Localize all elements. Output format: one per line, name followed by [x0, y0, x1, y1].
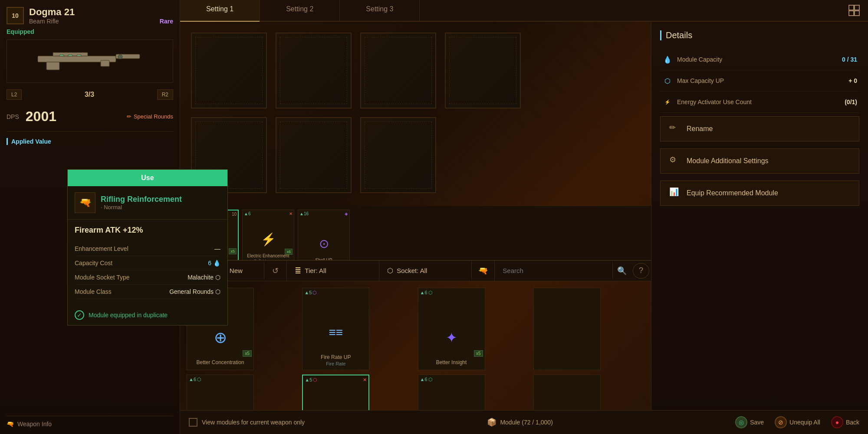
- filter-help-btn[interactable]: ?: [633, 263, 649, 279]
- module-card-empty[interactable]: [533, 288, 601, 370]
- tier-icon: ≣: [295, 266, 301, 276]
- card-rank-1: x5: [243, 350, 252, 357]
- filter-socket-dropdown[interactable]: ⬡ Socket: All: [379, 261, 472, 280]
- card-tier-2: ▲5 ⬡: [304, 290, 317, 296]
- svg-rect-12: [855, 11, 859, 16]
- tooltip-use-button[interactable]: Use: [180, 170, 227, 186]
- svg-point-5: [118, 55, 122, 59]
- additional-settings-label: Module Additional Settings: [687, 157, 769, 165]
- weapon-header: 10 Dogma 21 Beam Rifle Rare: [7, 7, 173, 25]
- svg-rect-9: [849, 5, 854, 10]
- tooltip-enhancement-row: Enhancement Level —: [180, 242, 220, 256]
- r2-button[interactable]: R2: [157, 89, 173, 100]
- svg-rect-11: [849, 11, 854, 16]
- weapon-info-icon: 🔫: [7, 421, 14, 427]
- weapon-info-button[interactable]: 🔫 Weapon Info: [7, 416, 173, 427]
- tooltip-duplicate-notice: ✓ Module equipped in duplicate: [180, 305, 227, 325]
- rename-label: Rename: [687, 125, 713, 133]
- equip-recommended-label: Equip Recommended Module: [687, 189, 778, 197]
- sel-card-rank-2: x6: [285, 249, 293, 255]
- dps-row: DPS 2001 ✏ Special Rounds: [7, 108, 173, 132]
- tooltip-header: 🔫 Rifling Reinforcement · Normal: [180, 186, 227, 220]
- module-slot-6[interactable]: [276, 117, 352, 193]
- weapon-info-label: Weapon Info: [17, 421, 52, 427]
- additional-settings-icon: ⚙: [669, 155, 681, 167]
- module-slot-7[interactable]: [360, 117, 436, 193]
- refresh-icon: ↺: [272, 266, 279, 275]
- view-modules-checkbox[interactable]: View modules for current weapon only: [189, 418, 305, 427]
- card-name-1: Better Concentration: [194, 359, 246, 366]
- tabs-bar: Setting 1 Setting 2 Setting 3: [180, 0, 868, 22]
- weapon-type: Beam Rifle: [29, 18, 59, 25]
- weapon-name: Dogma 21: [29, 7, 173, 18]
- right-details-panel: Details 💧 Module Capacity 0 / 31 ⬡ Max C…: [651, 22, 868, 434]
- center-area: ▲6 10 ⊙ x5 Reinforcement ▲6 ✕ ⚡ x6 Elect…: [180, 22, 651, 434]
- max-capacity-icon: ⬡: [662, 76, 673, 86]
- card-tier-7: ▲6 ⬡: [420, 377, 433, 382]
- capacity-value: 6 💧: [208, 260, 220, 266]
- tooltip-class-row: Module Class General Rounds ⬡: [180, 285, 220, 299]
- card-icon-insight1: ✦: [432, 318, 471, 357]
- svg-rect-6: [59, 55, 64, 56]
- sel-card-level-1: 10: [232, 212, 237, 217]
- special-rounds-label: Special Rounds: [134, 113, 173, 120]
- additional-settings-button[interactable]: ⚙ Module Additional Settings: [660, 148, 859, 174]
- module-capacity-row: 💧 Module Capacity 0 / 31: [660, 49, 859, 70]
- tooltip-socket-row: Module Socket Type Malachite ⬡: [180, 270, 220, 285]
- filter-search-input[interactable]: [495, 262, 613, 279]
- weapon-image: [7, 39, 173, 83]
- sel-card-mark-2: ✕: [289, 211, 293, 216]
- weapon-level-badge: 10: [7, 7, 24, 24]
- pencil-icon: ✏: [127, 113, 132, 120]
- tab-setting3[interactable]: Setting 3: [340, 0, 420, 21]
- tab-setting1[interactable]: Setting 1: [180, 0, 260, 21]
- selected-module-electric[interactable]: ▲6 ✕ ⚡ x6 Electric Enhancement Bullet Im…: [242, 210, 294, 260]
- socket-icon: ⬡: [387, 266, 393, 275]
- l2-button[interactable]: L2: [7, 89, 22, 100]
- tooltip-capacity-row: Capacity Cost 6 💧: [180, 256, 220, 270]
- module-card-insight-1[interactable]: ▲6 ⬡ ✦ x5 Better Insight: [418, 288, 485, 370]
- module-slot-2[interactable]: [276, 33, 352, 108]
- tooltip-module-grade: · Normal: [180, 204, 182, 210]
- equip-recommended-icon: 📊: [669, 187, 681, 199]
- equip-recommended-button[interactable]: 📊 Equip Recommended Module: [660, 181, 859, 206]
- help-icon: ?: [639, 266, 643, 275]
- energy-icon: ⚡: [662, 97, 673, 107]
- card-name-2: Fire Rate UP: [319, 354, 352, 361]
- card-name-3: Better Insight: [434, 359, 469, 366]
- module-slot-3[interactable]: [360, 33, 436, 108]
- search-icon: 🔫: [478, 266, 488, 275]
- card-rank-3: x5: [474, 350, 483, 357]
- module-count-label: Module (72 / 1,000): [500, 419, 552, 426]
- tab-setting2[interactable]: Setting 2: [260, 0, 340, 21]
- svg-rect-3: [46, 62, 59, 70]
- search-magnify-icon[interactable]: 🔍: [613, 261, 631, 281]
- ammo-count: 3/3: [85, 91, 94, 99]
- sel-card-name-2: Electric Enhancement: [246, 253, 290, 259]
- details-title: Details: [660, 30, 859, 40]
- module-capacity-value: 0 / 31: [842, 56, 857, 63]
- module-count-icon: 📦: [487, 418, 496, 427]
- module-card-firerate-1[interactable]: ▲5 ⬡ ≡≡ Fire Rate UP Fire Rate: [302, 288, 369, 370]
- sel-card-icon-2: ⚡: [255, 226, 281, 252]
- filter-search-icon-btn[interactable]: 🔫: [472, 261, 495, 281]
- class-value: General Rounds ⬡: [180, 288, 220, 295]
- tooltip-main-effect: Firearm ATK +12%: [180, 226, 220, 235]
- main-area: Setting 1 Setting 2 Setting 3: [180, 0, 868, 434]
- max-capacity-label: Max Capacity UP: [677, 77, 848, 84]
- selected-module-shellup[interactable]: ▲16 ◈ ⊙ Shell UP: [298, 210, 350, 260]
- tooltip-body: Firearm ATK +12% Enhancement Level — Cap…: [180, 220, 227, 305]
- weapon-rarity: Rare: [160, 18, 173, 25]
- sel-card-mark-3: ◈: [345, 211, 348, 216]
- module-slot-4[interactable]: [445, 33, 521, 108]
- tab-grid-button[interactable]: [840, 0, 868, 21]
- energy-label: Energy Activator Use Count: [677, 99, 845, 105]
- rename-button[interactable]: ✏ Rename: [660, 116, 859, 141]
- filter-bar: ↕ Sort by: New ↺ ≣ Tier: All ⬡ Socket: A…: [180, 260, 651, 281]
- filter-refresh-btn[interactable]: ↺: [264, 261, 287, 281]
- filter-tier-dropdown[interactable]: ≣ Tier: All: [287, 261, 379, 281]
- card-tier-5: ▲6 ⬡: [189, 377, 201, 382]
- weapon-controls: L2 3/3 R2: [7, 87, 173, 102]
- card-icon-firerate1: ≡≡: [316, 313, 355, 352]
- module-slot-1[interactable]: [191, 33, 267, 108]
